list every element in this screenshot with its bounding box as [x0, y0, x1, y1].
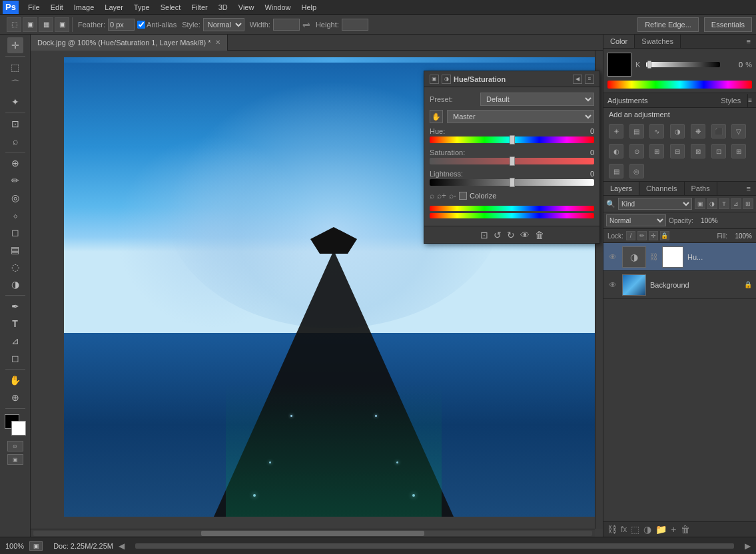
- adj-photofilter[interactable]: ⊙: [629, 144, 644, 158]
- menu-file[interactable]: File: [23, 2, 45, 13]
- saturation-slider[interactable]: [430, 158, 594, 164]
- adj-bw[interactable]: ◐: [609, 144, 623, 158]
- menu-select[interactable]: Select: [155, 2, 187, 13]
- menu-image[interactable]: Image: [69, 2, 100, 13]
- move-tool[interactable]: ✛: [7, 37, 23, 53]
- tab-styles[interactable]: Styles: [714, 94, 748, 107]
- heal-tool[interactable]: ⊕: [7, 155, 23, 171]
- color-swatch[interactable]: [607, 53, 631, 77]
- path-tool[interactable]: ⊿: [7, 333, 23, 349]
- menu-filter[interactable]: Filter: [186, 2, 212, 13]
- menu-3d[interactable]: 3D: [213, 2, 233, 13]
- adj-brightness[interactable]: ☀: [609, 124, 623, 138]
- file-tab[interactable]: Dock.jpg @ 100% (Hue/Saturation 1, Layer…: [31, 35, 228, 51]
- link-layers-btn[interactable]: ⛓: [607, 524, 617, 535]
- status-arrow-right[interactable]: ▶: [745, 541, 751, 551]
- text-tool[interactable]: T: [7, 316, 23, 332]
- layer-item-huesat[interactable]: 👁 ◑ ⛓ Hu...: [603, 243, 756, 271]
- blur-tool[interactable]: ◌: [7, 259, 23, 275]
- add-mask-btn[interactable]: ⬚: [631, 524, 639, 535]
- k-slider[interactable]: [646, 62, 720, 67]
- filter-smart[interactable]: ⊞: [743, 198, 753, 209]
- h-scroll-thumb[interactable]: [201, 531, 425, 536]
- hand-icon-btn[interactable]: ✋: [430, 110, 443, 123]
- pen-tool[interactable]: ✒: [7, 298, 23, 314]
- blend-mode-select[interactable]: Normal: [606, 214, 666, 226]
- height-input[interactable]: [342, 19, 368, 31]
- filter-type[interactable]: T: [719, 198, 729, 209]
- menu-window[interactable]: Window: [259, 2, 296, 13]
- quick-mask-btn[interactable]: ⊙: [7, 441, 23, 451]
- background-color[interactable]: [11, 421, 26, 435]
- menu-view[interactable]: View: [233, 2, 260, 13]
- channel-select[interactable]: Master: [447, 110, 594, 123]
- feather-input[interactable]: [108, 19, 135, 31]
- prop-icon-mask[interactable]: ▣: [430, 75, 439, 84]
- eraser-tool[interactable]: ◻: [7, 224, 23, 240]
- colorize-checkbox[interactable]: [459, 192, 467, 200]
- add-style-btn[interactable]: fx: [621, 525, 627, 534]
- tab-close-btn[interactable]: ✕: [215, 39, 220, 46]
- adj-vibrance[interactable]: ❋: [691, 124, 705, 138]
- style-select[interactable]: Normal: [203, 18, 244, 31]
- shape-tool[interactable]: ◻: [7, 350, 23, 366]
- h-scroll-track[interactable]: [33, 531, 592, 536]
- adj-curves[interactable]: ∿: [649, 124, 664, 138]
- layer-vis-huesat[interactable]: 👁: [607, 252, 618, 262]
- eyedrop-btn-1[interactable]: ⌕: [430, 191, 434, 200]
- hue-slider[interactable]: [430, 137, 594, 143]
- adj-levels[interactable]: ▤: [629, 124, 644, 138]
- filter-adj[interactable]: ◑: [707, 198, 717, 209]
- eyedropper-tool[interactable]: ⌕: [7, 133, 23, 149]
- canvas-wrapper[interactable]: ▣ ◑ Hue/Saturation ◀ ≡ Preset: Default: [31, 51, 603, 537]
- spectrum-bar[interactable]: [607, 81, 752, 89]
- width-input[interactable]: [273, 19, 300, 31]
- new-group-btn[interactable]: 📁: [655, 524, 667, 535]
- tab-color[interactable]: Color: [603, 35, 635, 48]
- lasso-tool[interactable]: ⌒: [7, 77, 23, 93]
- reset-btn[interactable]: ↻: [507, 230, 515, 240]
- lock-transparent[interactable]: /: [626, 231, 635, 240]
- lock-pixels[interactable]: ✏: [637, 231, 647, 240]
- menu-type[interactable]: Type: [129, 2, 155, 13]
- tab-swatches[interactable]: Swatches: [635, 35, 681, 48]
- screen-mode-btn[interactable]: ▣: [7, 454, 23, 465]
- tool-opt3[interactable]: ▣: [55, 17, 69, 32]
- adj-posterize[interactable]: ⊡: [711, 144, 726, 158]
- color-panel-menu[interactable]: ≡: [741, 35, 756, 48]
- gradient-tool[interactable]: ▤: [7, 242, 23, 258]
- layer-item-bg[interactable]: 👁 Background 🔒: [603, 271, 756, 299]
- del-layer-btn[interactable]: 🗑: [681, 524, 690, 535]
- lock-all[interactable]: 🔒: [660, 231, 669, 240]
- del-btn[interactable]: 🗑: [535, 230, 544, 240]
- adj-threshold[interactable]: ⊞: [731, 144, 746, 158]
- adj-channelmix[interactable]: ⊞: [649, 144, 664, 158]
- status-icon-btn[interactable]: ▣: [29, 541, 43, 551]
- adj-gradient[interactable]: ▤: [609, 164, 623, 178]
- kind-select[interactable]: Kind: [618, 198, 692, 210]
- lock-position[interactable]: ✛: [649, 231, 658, 240]
- status-arrow-left[interactable]: ◀: [119, 541, 125, 551]
- prev-btn[interactable]: ↺: [494, 230, 502, 240]
- tool-opt1[interactable]: ▣: [23, 17, 37, 32]
- layer-mask-huesat[interactable]: [662, 246, 683, 268]
- vis-btn[interactable]: 👁: [520, 230, 530, 240]
- lightness-slider[interactable]: [430, 179, 594, 186]
- adj-selective[interactable]: ◎: [629, 164, 644, 178]
- filter-pixel[interactable]: ▣: [695, 198, 705, 209]
- canvas-h-scrollbar[interactable]: [31, 529, 595, 537]
- clone-tool[interactable]: ◎: [7, 190, 23, 206]
- adj-colorbal[interactable]: ▽: [731, 124, 746, 138]
- menu-help[interactable]: Help: [296, 2, 322, 13]
- prop-icon-adj[interactable]: ◑: [442, 75, 451, 84]
- adj-huesat[interactable]: ⬛: [711, 124, 726, 138]
- swap-icon[interactable]: ⇌: [302, 19, 310, 30]
- prop-collapse-btn[interactable]: ◀: [573, 75, 582, 84]
- tool-opt2[interactable]: ▦: [39, 17, 53, 32]
- clip-btn[interactable]: ⊡: [480, 230, 488, 240]
- properties-header[interactable]: ▣ ◑ Hue/Saturation ◀ ≡: [424, 71, 599, 87]
- adj-exposure[interactable]: ◑: [670, 124, 685, 138]
- new-adj-btn[interactable]: ◑: [643, 524, 651, 535]
- refine-edge-btn[interactable]: Refine Edge...: [637, 17, 699, 32]
- brush-tool[interactable]: ✏: [7, 172, 23, 188]
